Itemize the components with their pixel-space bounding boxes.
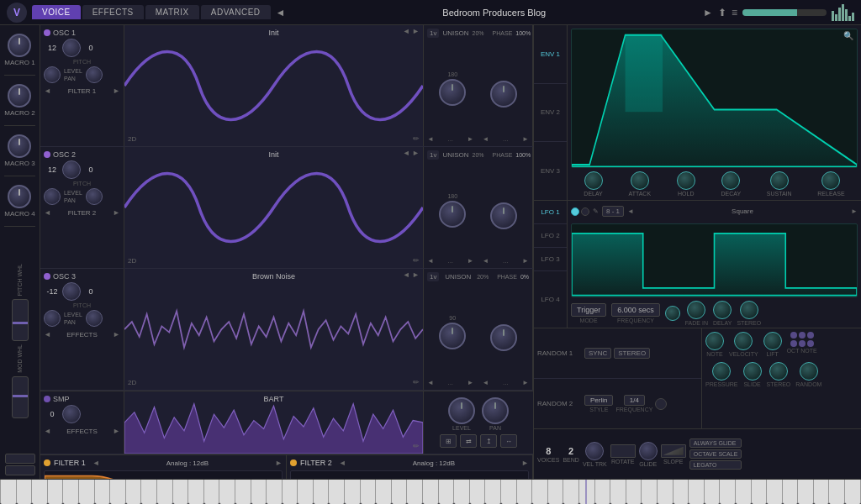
white-key[interactable]: [267, 480, 283, 504]
osc-2-unison-knob[interactable]: [439, 201, 466, 228]
smp-waveform[interactable]: BART ✏: [124, 391, 424, 454]
glide-knob[interactable]: [639, 442, 658, 460]
osc-1-phase-next[interactable]: ►: [522, 135, 529, 143]
white-key[interactable]: [720, 480, 736, 504]
tab-voice[interactable]: VOICE: [32, 5, 81, 19]
white-key[interactable]: [95, 480, 111, 504]
white-key[interactable]: [642, 480, 658, 504]
osc-1-phase-prev[interactable]: ◄: [483, 135, 489, 143]
white-key[interactable]: [689, 480, 705, 504]
osc-1-wave-arrows[interactable]: ◄ ►: [403, 27, 420, 35]
osc-3-edit-icon[interactable]: ✏: [413, 378, 420, 386]
white-key[interactable]: [283, 480, 298, 504]
random-knob[interactable]: [800, 362, 818, 381]
nav-save[interactable]: ⬆: [718, 7, 726, 18]
white-key[interactable]: [126, 480, 142, 504]
osc-2-filter-next[interactable]: ►: [113, 208, 120, 217]
white-key[interactable]: [673, 480, 689, 504]
filter-1-type-prev[interactable]: ◄: [92, 459, 100, 467]
white-key[interactable]: [783, 480, 799, 504]
lfo-circle-knob[interactable]: [665, 306, 680, 321]
osc-1-uni-prev[interactable]: ◄: [427, 135, 434, 143]
white-key[interactable]: [141, 480, 157, 504]
white-key[interactable]: [470, 480, 486, 504]
osc-3-phase-prev[interactable]: ◄: [483, 379, 489, 386]
pitch-wheel[interactable]: [12, 299, 29, 341]
smp-icon-1[interactable]: ⊞: [440, 434, 457, 448]
white-key[interactable]: [439, 480, 455, 504]
macro-2-knob[interactable]: [8, 84, 31, 108]
osc-2-phase-knob[interactable]: [490, 202, 517, 229]
tab-matrix[interactable]: MATRIX: [145, 5, 199, 19]
slope-display[interactable]: [661, 444, 686, 458]
bottom-btn-1[interactable]: [5, 454, 35, 464]
always-glide-btn[interactable]: ALWAYS GLIDE: [689, 438, 742, 448]
env-hold-knob[interactable]: [677, 171, 695, 190]
white-key[interactable]: [829, 480, 845, 504]
osc-2-edit-icon[interactable]: ✏: [413, 256, 420, 265]
osc-2-waveform[interactable]: Init ◄ ► 2D ✏: [124, 147, 424, 268]
random-2-freq-btn[interactable]: 1/4: [624, 395, 645, 406]
white-key[interactable]: [392, 480, 408, 504]
osc-2-wave-arrows[interactable]: ◄ ►: [403, 149, 420, 157]
lfo-2-tab[interactable]: LFO 2: [534, 224, 567, 248]
smp-filter-prev[interactable]: ◄: [44, 427, 51, 435]
osc-1-filter-next[interactable]: ►: [113, 87, 120, 95]
white-key[interactable]: [17, 480, 33, 504]
lfo-rate-display[interactable]: 8 - 1: [602, 206, 624, 217]
macro-1-knob[interactable]: [8, 34, 31, 57]
osc-2-phase-prev[interactable]: ◄: [483, 257, 489, 265]
osc-1-unison-knob[interactable]: [439, 79, 466, 106]
osc-2-uni-prev[interactable]: ◄: [427, 257, 434, 265]
osc-3-level-knob[interactable]: [44, 310, 61, 327]
white-key[interactable]: [532, 480, 548, 504]
env-decay-knob[interactable]: [721, 171, 740, 190]
white-key[interactable]: [752, 480, 768, 504]
lfo-display[interactable]: [571, 223, 858, 298]
random-2-note-icon[interactable]: [655, 398, 667, 410]
slide-knob[interactable]: [743, 362, 762, 381]
pressure-knob[interactable]: [712, 362, 731, 381]
tab-advanced[interactable]: ADVANCED: [201, 5, 271, 19]
white-key[interactable]: [157, 480, 173, 504]
lfo-delay-knob[interactable]: [713, 301, 732, 319]
filter-1-type-next[interactable]: ►: [275, 459, 283, 467]
lfo-trigger-btn[interactable]: Trigger: [571, 303, 606, 317]
osc-3-uni-prev[interactable]: ◄: [427, 379, 434, 386]
lfo-freq-display[interactable]: 6.000 secs: [611, 303, 660, 317]
lfo-rate-arrow-prev[interactable]: ◄: [627, 207, 634, 215]
white-key[interactable]: [48, 480, 64, 504]
osc-2-pitch-knob[interactable]: [62, 160, 81, 179]
white-key[interactable]: [361, 480, 377, 504]
white-key[interactable]: [204, 480, 220, 504]
mod-wheel[interactable]: [12, 376, 29, 418]
smp-level-knob[interactable]: [448, 397, 475, 424]
osc-2-filter-prev[interactable]: ◄: [44, 208, 51, 217]
nav-next[interactable]: ►: [703, 7, 713, 18]
osc-1-waveform[interactable]: Init ◄ ► 2D ✏: [124, 25, 424, 146]
osc-3-filter-next[interactable]: ►: [113, 330, 120, 339]
white-key[interactable]: [423, 480, 439, 504]
white-key[interactable]: [251, 480, 267, 504]
white-key[interactable]: [407, 480, 423, 504]
osc-2-level-knob[interactable]: [44, 188, 61, 205]
nav-prev[interactable]: ◄: [276, 7, 286, 18]
macro-3-knob[interactable]: [8, 134, 31, 158]
osc-3-wave-arrows[interactable]: ◄ ►: [403, 270, 420, 279]
smp-filter-next[interactable]: ►: [113, 427, 120, 435]
white-key[interactable]: [0, 480, 17, 504]
tab-effects[interactable]: EFFECTS: [82, 5, 144, 19]
white-key[interactable]: [79, 480, 95, 504]
lfo-shape-next[interactable]: ►: [851, 207, 858, 215]
smp-icon-4[interactable]: ↔: [500, 434, 517, 448]
white-key[interactable]: [110, 480, 126, 504]
osc-3-uni-next[interactable]: ►: [467, 379, 474, 386]
osc-3-pitch-knob[interactable]: [62, 282, 81, 301]
lift-knob[interactable]: [763, 332, 782, 350]
filter-2-type-next[interactable]: ►: [521, 459, 529, 467]
white-key[interactable]: [32, 480, 48, 504]
white-key[interactable]: [173, 480, 189, 504]
env-delay-knob[interactable]: [584, 171, 603, 190]
osc-1-filter-prev[interactable]: ◄: [44, 87, 51, 95]
white-key[interactable]: [298, 480, 314, 504]
